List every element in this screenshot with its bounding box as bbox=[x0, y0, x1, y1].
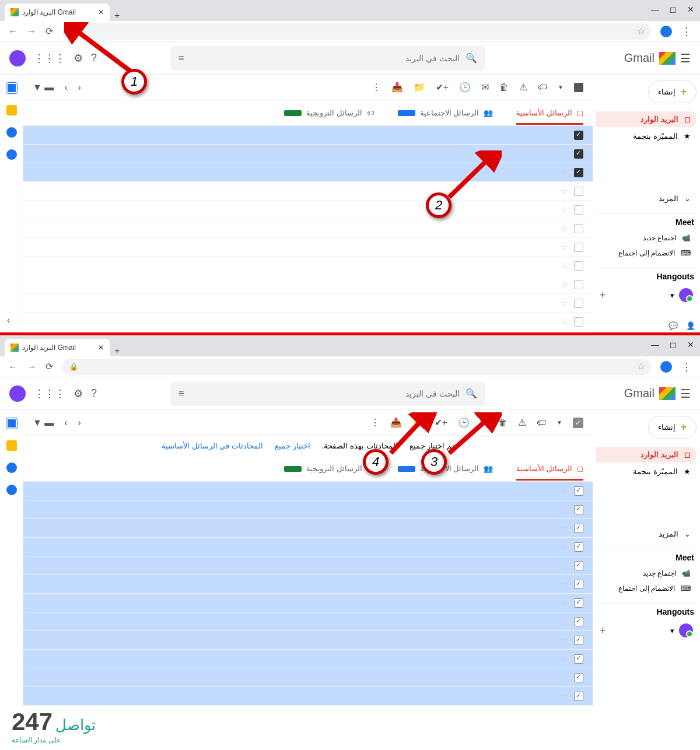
sidebar-item-starred[interactable]: ★ المميّزة بنجمة bbox=[596, 464, 696, 479]
hangouts-new-icon[interactable]: + bbox=[600, 289, 606, 302]
older-button[interactable]: › bbox=[78, 82, 81, 93]
browser-profile-avatar[interactable] bbox=[660, 361, 672, 373]
row-checkbox[interactable] bbox=[574, 149, 583, 159]
mail-row[interactable]: ☆ bbox=[23, 313, 593, 331]
hangouts-row[interactable]: + ▾ bbox=[596, 620, 696, 641]
star-icon[interactable]: ☆ bbox=[561, 691, 568, 702]
tab-promotions[interactable]: 🏷 الرسائل الترويجية bbox=[284, 108, 374, 117]
star-icon[interactable]: ☆ bbox=[561, 672, 568, 683]
mail-row[interactable]: ☆ bbox=[23, 126, 593, 145]
search-bar[interactable]: 🔍 ≡ bbox=[170, 381, 485, 406]
star-icon[interactable]: ☆ bbox=[561, 654, 568, 664]
row-checkbox[interactable] bbox=[574, 486, 583, 496]
row-checkbox[interactable] bbox=[574, 168, 583, 177]
person-icon[interactable]: 👤 bbox=[686, 321, 695, 330]
calendar-addon-icon[interactable] bbox=[6, 83, 17, 93]
search-bar[interactable]: 🔍 ≡ bbox=[170, 46, 485, 71]
row-checkbox[interactable] bbox=[574, 317, 583, 327]
calendar-addon-icon[interactable] bbox=[6, 418, 17, 429]
collapse-addon-icon[interactable]: ‹ bbox=[7, 315, 10, 325]
search-input[interactable] bbox=[190, 389, 460, 398]
label-icon[interactable]: 🏷 bbox=[537, 418, 546, 428]
mark-read-icon[interactable]: ✉ bbox=[481, 82, 489, 93]
row-checkbox[interactable] bbox=[574, 505, 583, 514]
mail-row[interactable]: ☆ bbox=[23, 482, 593, 500]
more-menu-icon[interactable]: ⋮ bbox=[372, 82, 381, 93]
menu-burger-icon[interactable]: ☰ bbox=[680, 387, 691, 401]
compose-button[interactable]: إنشاء + bbox=[648, 80, 696, 103]
forward-button[interactable]: → bbox=[27, 362, 36, 372]
select-all-checkbox[interactable] bbox=[574, 83, 583, 92]
meet-join-meeting[interactable]: ⌨الانضمام إلى اجتماع bbox=[596, 581, 696, 596]
close-window-button[interactable]: ✕ bbox=[687, 340, 694, 349]
close-tab-icon[interactable]: ✕ bbox=[98, 344, 104, 352]
star-icon[interactable]: ☆ bbox=[561, 579, 568, 590]
row-checkbox[interactable] bbox=[574, 299, 583, 308]
search-icon[interactable]: 🔍 bbox=[466, 52, 477, 64]
browser-menu-icon[interactable]: ⋮ bbox=[681, 25, 692, 38]
settings-gear-icon[interactable]: ⚙ bbox=[74, 387, 83, 400]
star-icon[interactable]: ☆ bbox=[561, 186, 568, 197]
mail-row[interactable]: ☆ bbox=[23, 519, 593, 538]
star-icon[interactable]: ☆ bbox=[561, 167, 568, 178]
more-menu-icon[interactable]: ⋮ bbox=[370, 417, 380, 428]
older-button[interactable]: › bbox=[78, 418, 81, 428]
search-options-icon[interactable]: ≡ bbox=[178, 53, 184, 64]
sidebar-item-starred[interactable]: ★ المميّزة بنجمة bbox=[596, 128, 696, 144]
browser-profile-avatar[interactable] bbox=[660, 26, 672, 37]
spam-icon[interactable]: ⚠ bbox=[519, 82, 527, 93]
archive-icon[interactable]: 📥 bbox=[391, 82, 403, 93]
maximize-button[interactable]: ◻ bbox=[670, 340, 677, 349]
apps-grid-icon[interactable]: ⋮⋮⋮ bbox=[34, 387, 65, 400]
star-icon[interactable]: ☆ bbox=[561, 223, 568, 234]
row-checkbox[interactable] bbox=[574, 542, 583, 552]
forward-button[interactable]: → bbox=[27, 26, 36, 37]
mail-row[interactable]: ☆ bbox=[23, 257, 593, 275]
select-all-checkbox-checked[interactable]: ✓ bbox=[573, 418, 583, 428]
mail-row[interactable]: ☆ bbox=[23, 556, 593, 575]
browser-menu-icon[interactable]: ⋮ bbox=[681, 360, 692, 373]
star-icon[interactable]: ☆ bbox=[561, 504, 568, 515]
keep-addon-icon[interactable] bbox=[6, 105, 17, 115]
sidebar-item-inbox[interactable]: ◻ البريد الوارد bbox=[596, 447, 696, 462]
hangouts-new-icon[interactable]: + bbox=[600, 625, 606, 637]
hangouts-dropdown-icon[interactable]: ▾ bbox=[670, 291, 674, 300]
mail-row[interactable]: ☆ bbox=[23, 500, 593, 519]
contacts-addon-icon[interactable] bbox=[6, 485, 17, 495]
tasks-addon-icon[interactable] bbox=[6, 462, 17, 473]
new-tab-button[interactable]: + bbox=[114, 346, 120, 356]
hangouts-dropdown-icon[interactable]: ▾ bbox=[670, 626, 674, 635]
close-tab-icon[interactable]: ✕ bbox=[98, 8, 104, 16]
search-input[interactable] bbox=[190, 54, 460, 63]
reload-button[interactable]: ⟳ bbox=[46, 26, 53, 37]
account-avatar[interactable] bbox=[9, 385, 26, 402]
select-all-link[interactable]: اختيار جميع bbox=[275, 441, 310, 450]
browser-tab[interactable]: البريد الوارد Gmail ✕ bbox=[5, 339, 110, 356]
star-icon[interactable]: ☆ bbox=[561, 149, 568, 159]
apps-grid-icon[interactable]: ⋮⋮⋮ bbox=[34, 52, 65, 65]
star-icon[interactable]: ☆ bbox=[561, 616, 568, 627]
row-checkbox[interactable] bbox=[574, 673, 583, 682]
star-icon[interactable]: ☆ bbox=[561, 298, 568, 309]
keep-addon-icon[interactable] bbox=[6, 440, 17, 451]
add-task-icon[interactable]: ✔+ bbox=[436, 82, 449, 93]
star-icon[interactable]: ☆ bbox=[561, 560, 568, 571]
star-icon[interactable]: ☆ bbox=[561, 542, 568, 552]
mail-row[interactable]: ☆ bbox=[23, 538, 593, 556]
tab-primary[interactable]: ◻ الرسائل الأساسية bbox=[516, 464, 583, 473]
row-checkbox[interactable] bbox=[574, 280, 583, 289]
search-options-icon[interactable]: ≡ bbox=[178, 388, 184, 399]
search-icon[interactable]: 🔍 bbox=[466, 388, 477, 399]
star-icon[interactable]: ☆ bbox=[561, 486, 568, 496]
mail-row[interactable]: ☆ bbox=[23, 668, 593, 687]
delete-icon[interactable]: 🗑 bbox=[499, 82, 509, 93]
snooze-icon[interactable]: 🕒 bbox=[459, 82, 471, 93]
sidebar-item-inbox[interactable]: ◻ البريد الوارد bbox=[596, 111, 696, 127]
row-checkbox[interactable] bbox=[574, 692, 583, 701]
display-density-icon[interactable]: ▼ ▬ bbox=[33, 82, 54, 93]
bookmark-star-icon[interactable]: ☆ bbox=[637, 361, 645, 372]
mail-row[interactable]: ☆ bbox=[23, 687, 593, 706]
mail-row[interactable]: ☆ bbox=[23, 219, 593, 238]
move-icon[interactable]: 📁 bbox=[414, 82, 425, 93]
account-avatar[interactable] bbox=[9, 50, 26, 66]
